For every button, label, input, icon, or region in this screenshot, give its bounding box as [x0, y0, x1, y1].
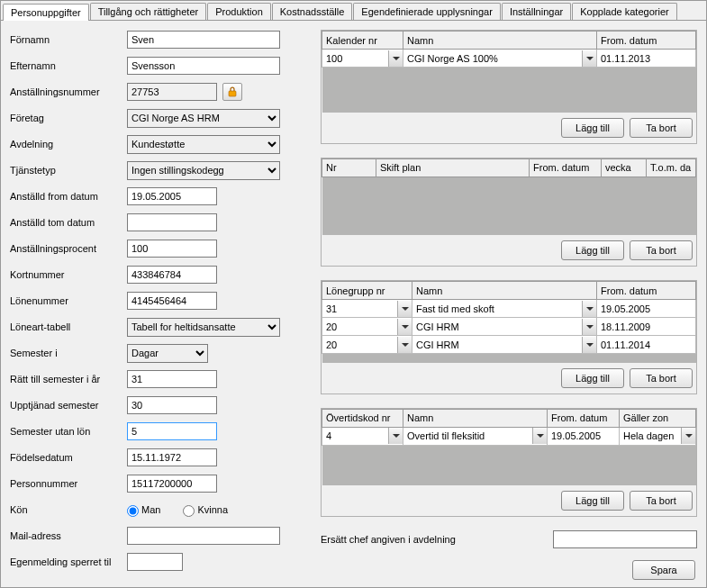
- semester-i-select[interactable]: Dagar: [127, 344, 208, 363]
- label-upptjanad-semester: Upptjänad semester: [10, 400, 127, 411]
- mail-adress-input[interactable]: [127, 527, 280, 545]
- table-row: 20 CGI HRM 01.11.2014: [322, 336, 696, 354]
- lonegrupp-from-cell[interactable]: 18.11.2009: [597, 321, 654, 333]
- efternamn-input[interactable]: [127, 57, 280, 75]
- semester-utan-lon-input[interactable]: [127, 422, 217, 440]
- chevron-down-icon[interactable]: [582, 337, 596, 353]
- tab-kostnadsstalle[interactable]: Kostnadsställe: [272, 3, 353, 20]
- ersatt-chef-input[interactable]: [553, 530, 697, 548]
- overtid-lagg-till-button[interactable]: Lägg till: [561, 491, 624, 511]
- lonegrupp-col-namn[interactable]: Namn: [412, 282, 597, 300]
- lonegrupp-namn-cell[interactable]: CGI HRM: [412, 319, 596, 335]
- label-foretag: Företag: [10, 113, 127, 123]
- anstalld-from-input[interactable]: [127, 187, 217, 205]
- lonegrupp-nr-cell[interactable]: 31: [322, 301, 412, 317]
- upptjanad-semester-input[interactable]: [127, 396, 217, 414]
- chevron-down-icon[interactable]: [397, 319, 412, 335]
- table-row: 100 CGI Norge AS 100% 01.11.2013: [322, 50, 696, 68]
- fornamn-input[interactable]: [127, 31, 280, 49]
- egenmelding-input[interactable]: [127, 553, 183, 571]
- label-mail-adress: Mail-adress: [10, 530, 127, 541]
- kalender-namn-cell[interactable]: CGI Norge AS 100%: [403, 50, 596, 67]
- anstallningsnummer-input: [127, 83, 217, 101]
- tab-egendefinierade[interactable]: Egendefinierade upplysningar: [353, 3, 501, 20]
- overtid-ta-bort-button[interactable]: Ta bort: [630, 491, 693, 511]
- tjanstetyp-select[interactable]: Ingen stillingskodegg: [127, 161, 280, 180]
- kalender-lagg-till-button[interactable]: Lägg till: [561, 118, 624, 138]
- lonegrupp-col-from[interactable]: From. datum: [597, 282, 696, 300]
- lonegrupp-grid: Lönegrupp nr Namn From. datum 31 Fast ti…: [322, 281, 696, 363]
- chevron-down-icon[interactable]: [532, 428, 547, 444]
- ratt-till-semester-input[interactable]: [127, 370, 217, 388]
- overtid-from-cell[interactable]: 19.05.2005: [548, 430, 604, 442]
- lonegrupp-from-cell[interactable]: 19.05.2005: [597, 303, 654, 315]
- skift-col-from[interactable]: From. datum: [530, 158, 602, 176]
- chevron-down-icon[interactable]: [388, 428, 403, 444]
- chevron-down-icon[interactable]: [582, 319, 596, 335]
- label-avdelning: Avdelning: [10, 139, 127, 149]
- anstallningsprocent-input[interactable]: [127, 240, 217, 258]
- overtid-namn-cell[interactable]: Overtid til fleksitid: [403, 428, 547, 444]
- kortnummer-input[interactable]: [127, 266, 217, 284]
- tab-bar: Personuppgifter Tillgång och rättigheter…: [1, 1, 706, 21]
- kalender-col-from[interactable]: From. datum: [597, 32, 696, 50]
- kalender-col-namn[interactable]: Namn: [403, 32, 597, 50]
- kalender-col-nr[interactable]: Kalender nr: [322, 32, 403, 50]
- anstalld-tom-input[interactable]: [127, 213, 217, 231]
- label-kvinna: Kvinna: [197, 504, 228, 515]
- kalender-ta-bort-button[interactable]: Ta bort: [630, 118, 693, 138]
- tab-installningar[interactable]: Inställningar: [502, 3, 571, 20]
- tab-personuppgifter[interactable]: Personuppgifter: [3, 4, 89, 21]
- chevron-down-icon[interactable]: [397, 337, 412, 353]
- kalender-from-cell[interactable]: 01.11.2013: [597, 52, 654, 65]
- lonegrupp-nr-cell[interactable]: 20: [322, 319, 412, 335]
- kalender-nr-cell[interactable]: 100: [322, 50, 403, 67]
- lonegrupp-ta-bort-button[interactable]: Ta bort: [630, 368, 693, 388]
- kon-man-radio[interactable]: [127, 505, 139, 517]
- label-semester-utan-lon: Semester utan lön: [10, 426, 127, 437]
- kon-kvinna-radio[interactable]: [183, 505, 195, 517]
- lock-button[interactable]: [222, 83, 242, 101]
- label-efternamn: Efternamn: [10, 60, 127, 71]
- label-semester-i: Semester i: [10, 348, 127, 358]
- chevron-down-icon[interactable]: [388, 50, 403, 67]
- lonegrupp-col-nr[interactable]: Lönegrupp nr: [322, 282, 412, 300]
- label-kortnummer: Kortnummer: [10, 269, 127, 280]
- chevron-down-icon[interactable]: [681, 428, 695, 444]
- personnummer-input[interactable]: [127, 475, 217, 493]
- skift-grid: Nr Skift plan From. datum vecka T.o.m. d…: [322, 158, 696, 236]
- lonegrupp-from-cell[interactable]: 01.11.2014: [597, 339, 654, 351]
- chevron-down-icon[interactable]: [397, 301, 412, 317]
- skift-ta-bort-button[interactable]: Ta bort: [630, 240, 693, 260]
- skift-lagg-till-button[interactable]: Lägg till: [561, 240, 624, 260]
- label-anstalld-from: Anställd from datum: [10, 191, 127, 202]
- fodelsedatum-input[interactable]: [127, 448, 217, 466]
- foretag-select[interactable]: CGI Norge AS HRM: [127, 109, 280, 128]
- lonegrupp-namn-cell[interactable]: CGI HRM: [412, 337, 596, 353]
- spara-button[interactable]: Spara: [632, 560, 695, 580]
- label-personnummer: Personnummer: [10, 478, 127, 489]
- overtid-col-namn[interactable]: Namn: [403, 409, 548, 427]
- label-anstalld-tom: Anställd tom datum: [10, 217, 127, 228]
- lonegrupp-namn-cell[interactable]: Fast tid med skoft: [412, 301, 596, 317]
- overtid-zon-cell[interactable]: Hela dagen: [620, 428, 695, 444]
- chevron-down-icon[interactable]: [582, 301, 596, 317]
- skift-col-vecka[interactable]: vecka: [602, 158, 647, 176]
- tab-tillgang[interactable]: Tillgång och rättigheter: [90, 3, 207, 20]
- tab-kopplade[interactable]: Kopplade kategorier: [572, 3, 676, 20]
- chevron-down-icon[interactable]: [582, 50, 596, 67]
- loneart-tabell-select[interactable]: Tabell for heltidsansatte: [127, 318, 280, 337]
- overtid-col-from[interactable]: From. datum: [548, 409, 620, 427]
- overtid-col-zon[interactable]: Gäller zon: [620, 409, 696, 427]
- skift-col-nr[interactable]: Nr: [322, 158, 376, 176]
- lonenummer-input[interactable]: [127, 292, 217, 310]
- skift-col-plan[interactable]: Skift plan: [376, 158, 530, 176]
- avdelning-select[interactable]: Kundestøtte: [127, 135, 280, 154]
- skift-col-tom[interactable]: T.o.m. da: [647, 158, 696, 176]
- label-egenmelding: Egenmelding sperret til: [10, 556, 127, 567]
- overtid-col-nr[interactable]: Övertidskod nr: [322, 409, 403, 427]
- lonegrupp-nr-cell[interactable]: 20: [322, 337, 412, 353]
- overtid-nr-cell[interactable]: 4: [322, 428, 403, 444]
- lonegrupp-lagg-till-button[interactable]: Lägg till: [561, 368, 624, 388]
- tab-produktion[interactable]: Produktion: [207, 3, 271, 20]
